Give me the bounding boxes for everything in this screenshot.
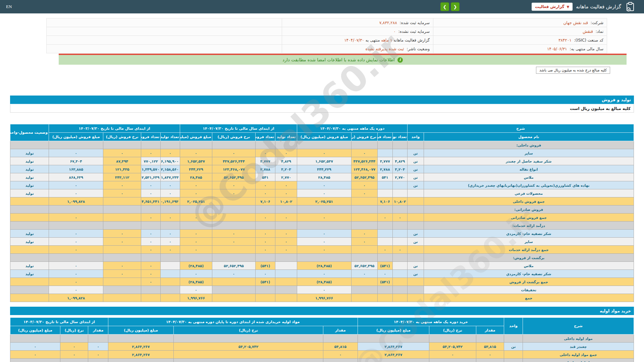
value-cell [392,270,408,278]
value-cell: ۰ [377,270,392,278]
value-cell: ۳,۷۷۷ [255,157,275,165]
table-cell [49,205,103,214]
table-cell [161,222,180,230]
value-cell: ۰ [49,189,103,197]
value-cell: ۴,۸۲۹ [275,157,297,165]
info-value: ۳۸۴۲۰۱ [558,38,574,43]
value-cell: ۰ [255,149,275,157]
total-value-cell: ۰ [180,214,212,222]
table-cell [103,205,141,214]
table-amounts-note-text: کلیه مبالغ به میلیون ریال است [570,106,631,111]
section-row-label: برگشت از فروش: [424,254,634,262]
column-header: نرخ (ریال) [60,326,88,335]
value-cell: ۰ [161,238,180,246]
value-cell [255,286,275,294]
total-value-cell: ۰ [10,351,60,359]
value-cell: ۱,۸۳۷,۲۳۳ [161,173,180,181]
table-amounts-note: کلیه مبالغ به میلیون ریال است [10,104,634,113]
previous-report-button[interactable]: ❯ [440,2,449,11]
total-value-cell [351,278,377,286]
info-cell-empty [47,45,282,53]
table-cell [377,141,392,149]
value-cell: ۰ [275,181,297,189]
table-cell [180,222,212,230]
value-cell: ۲,۵۳۱,۶۴۹ [141,173,161,181]
table-row: سایرتن۰۰۰۰۰۰۰۰۰۰تولید [10,238,634,246]
value-cell: ۰ [180,286,212,294]
total-value-cell: (۵۴۱) [255,278,275,286]
value-cell: ۰ [49,262,103,270]
info-value: ثبت شده پذیرفته نشده [366,47,407,51]
value-cell: ۰ [103,189,141,197]
info-value: قند نقش جهان [564,20,591,25]
section-bar-title: خرید مواد اولیه [600,308,631,313]
status-cell: تولید [10,149,49,157]
value-cell: ۰ [141,262,161,270]
column-header: خرید دوره یک ماهه منتهی به ۱۴۰۴/۰۷/۳۰ [358,318,504,326]
value-cell [392,189,408,197]
table-row: ملاستن(۵۴۱)۵۲,۶۵۲,۴۹۵(۲۸,۴۸۵)(۵۴۱)۵۲,۶۵۲… [10,262,634,270]
table-cell [49,141,103,149]
total-value-cell: ۲,۸۶۳,۲۶۷ [358,351,429,359]
value-cell: ۰ [297,270,352,278]
product-name-cell: سایر [424,149,634,157]
total-value-cell: ۱,۰۹۹,۸۲۸ [49,294,103,302]
column-header: از ابتدای سال مالی تا تاریخ ۱۴۰۳/۰۷/۳۰ [49,124,180,133]
total-value-cell [103,294,141,302]
report-type-dropdown[interactable]: ▼ گزارش فعالیت [532,3,573,11]
signature-match-text: اطلاعات نمایش داده شده با اطلاعات امضا ش… [282,57,394,62]
table-cell [255,254,275,262]
info-cell: سرمایه ثبت شده: ۷,۸۳۲,۲۸۸ [282,18,433,27]
value-cell: ۲۸,۴۸۵ [297,173,352,181]
total-value-cell [275,294,297,302]
value-cell: ۰ [180,230,212,238]
value-cell: ۰ [297,149,352,157]
table-row: درآمد ارائه خدمات: [10,222,634,230]
table-cell [174,359,323,362]
value-cell [275,286,297,294]
value-cell: ۲,۷۸۸ [377,165,392,173]
value-cell: ۳,۲۰۳ [392,165,408,173]
total-value-cell: ۱,۹۹۶,۷۶۶ [180,294,212,302]
total-value-cell: ۱,۰۹۹,۸۲۸ [49,197,103,205]
table-cell [108,359,173,362]
report-nav-buttons: ❮ ❯ [440,2,460,11]
total-value-cell [103,246,141,254]
column-header: از ابتدای سال مالی تا تاریخ ۱۴۰۴/۰۷/۳۰ [180,124,297,133]
value-cell: ۰ [49,270,103,278]
unit-cell [408,189,424,197]
value-cell: (۵۴۱) [377,262,392,270]
value-cell: ۰ [212,149,255,157]
value-cell: ۲,۸۶۳,۲۶۷ [358,343,429,351]
product-name-cell: ملاس [424,262,634,270]
table-cell [323,335,358,343]
table-cell [10,222,49,230]
table-cell [255,141,275,149]
column-header: نرخ فروش (ریال) [103,133,141,141]
product-name-cell: شکر تصفيه خام- کارمزدي [424,270,634,278]
value-cell [377,238,392,246]
value-cell: ۰ [212,181,255,189]
value-cell [392,181,408,189]
value-cell: ۰ [255,230,275,238]
table-cell [377,205,392,214]
total-value-cell: ۰ [141,246,161,254]
company-info-section: شرکت: قند نقش جهانسرمایه ثبت شده: ۷,۸۳۲,… [46,18,607,53]
value-cell: ۰ [351,189,377,197]
total-row-label: جمع [424,294,634,302]
value-cell: ۲,۷۸۸ [255,165,275,173]
total-value-cell: ۰ [323,351,358,359]
value-cell: ۳,۷۷۷ [377,157,392,165]
value-cell: ۰ [180,189,212,197]
table-cell [408,246,424,254]
table-cell [275,205,297,214]
total-value-cell: ۱,۹۹۶,۷۶۶ [297,294,352,302]
total-value-cell [161,294,180,302]
status-cell: تولید [10,189,49,197]
info-cell-empty [47,18,282,27]
info-label: سرمایه ثبت نشده: [398,29,430,34]
value-cell: ۰ [161,149,180,157]
language-toggle-en[interactable]: EN [6,4,12,9]
next-report-button[interactable]: ❮ [451,2,460,11]
table-cell [212,141,255,149]
